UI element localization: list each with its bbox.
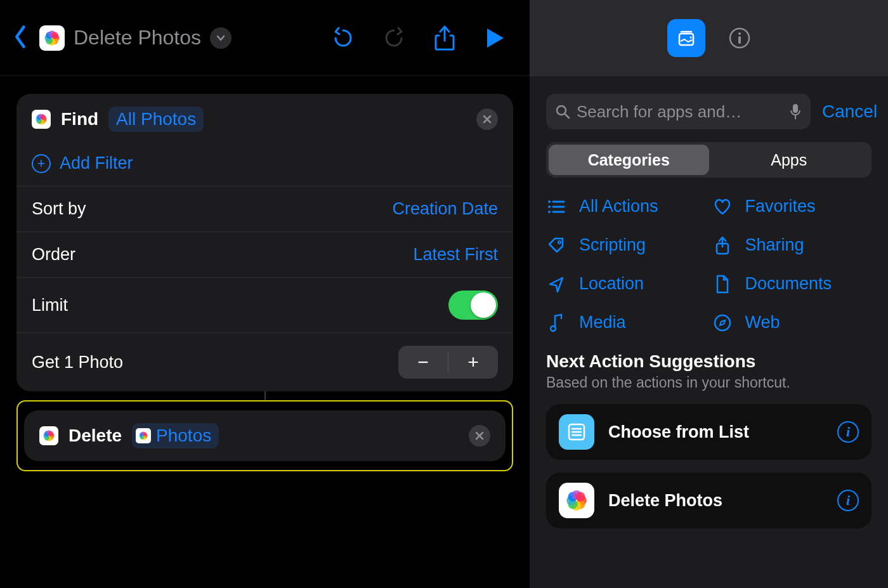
choose-from-list-icon bbox=[559, 414, 594, 450]
suggestion-info-button[interactable]: i bbox=[837, 490, 859, 511]
category-label: Documents bbox=[745, 274, 832, 294]
redo-button[interactable] bbox=[382, 27, 405, 49]
suggestion-label: Delete Photos bbox=[608, 491, 823, 511]
svg-marker-1 bbox=[487, 29, 504, 48]
category-documents[interactable]: Documents bbox=[712, 274, 872, 294]
remove-action-button[interactable] bbox=[469, 425, 490, 447]
sort-by-label: Sort by bbox=[32, 199, 86, 219]
photos-app-icon bbox=[39, 25, 65, 51]
segment-apps[interactable]: Apps bbox=[709, 145, 870, 175]
tag-icon bbox=[546, 237, 566, 254]
svg-point-15 bbox=[548, 200, 551, 203]
share-button[interactable] bbox=[433, 27, 456, 49]
compass-icon bbox=[712, 314, 733, 332]
limit-label: Limit bbox=[32, 296, 68, 315]
stepper-increment[interactable]: + bbox=[448, 346, 498, 379]
svg-line-12 bbox=[565, 114, 569, 118]
suggestion-label: Choose from List bbox=[608, 422, 823, 442]
action-verb: Find bbox=[61, 109, 98, 129]
sort-by-row[interactable]: Sort by Creation Date bbox=[16, 186, 513, 232]
segment-categories[interactable]: Categories bbox=[549, 145, 709, 175]
category-apps-segmented: Categories Apps bbox=[546, 142, 872, 178]
action-delete-photos: Delete Photos bbox=[24, 410, 506, 461]
category-label: All Actions bbox=[579, 197, 658, 216]
svg-rect-13 bbox=[793, 104, 798, 113]
svg-rect-6 bbox=[679, 34, 693, 45]
svg-point-7 bbox=[689, 36, 691, 38]
category-scripting[interactable]: Scripting bbox=[546, 235, 706, 255]
action-library-pane: Cancel Categories Apps All Actions Favor… bbox=[530, 0, 888, 588]
category-grid: All Actions Favorites Scripting Sharing … bbox=[530, 194, 888, 351]
category-label: Media bbox=[579, 313, 626, 332]
music-note-icon bbox=[546, 313, 566, 332]
highlighted-action: Delete Photos bbox=[16, 400, 513, 471]
photos-app-icon bbox=[39, 426, 58, 445]
sort-by-value: Creation Date bbox=[392, 199, 498, 219]
limit-toggle[interactable] bbox=[448, 291, 498, 320]
suggestion-delete-photos[interactable]: Delete Photos i bbox=[546, 473, 872, 528]
svg-marker-26 bbox=[720, 320, 725, 325]
svg-point-25 bbox=[715, 315, 730, 330]
category-web[interactable]: Web bbox=[712, 313, 872, 332]
run-button[interactable] bbox=[484, 27, 507, 49]
suggestion-choose-from-list[interactable]: Choose from List i bbox=[546, 404, 872, 460]
document-icon bbox=[712, 275, 733, 294]
category-label: Sharing bbox=[745, 235, 804, 255]
location-arrow-icon bbox=[546, 275, 566, 293]
limit-row: Limit bbox=[16, 277, 513, 332]
shortcut-menu-button[interactable] bbox=[210, 27, 232, 49]
search-icon bbox=[555, 104, 570, 119]
library-tab-button[interactable] bbox=[667, 19, 705, 57]
category-favorites[interactable]: Favorites bbox=[712, 197, 872, 216]
remove-action-button[interactable] bbox=[476, 108, 498, 130]
svg-point-9 bbox=[738, 32, 741, 35]
add-filter-label: Add Filter bbox=[60, 154, 133, 173]
action-search-field[interactable] bbox=[546, 94, 811, 129]
svg-point-17 bbox=[548, 206, 551, 208]
heart-icon bbox=[712, 199, 733, 215]
svg-rect-10 bbox=[738, 36, 741, 44]
photos-app-icon bbox=[559, 483, 594, 518]
dictation-icon[interactable] bbox=[789, 103, 802, 121]
category-label: Favorites bbox=[745, 197, 816, 216]
search-input[interactable] bbox=[577, 102, 783, 122]
add-filter-button[interactable]: + Add Filter bbox=[16, 145, 513, 186]
action-parameter-label: Photos bbox=[156, 426, 211, 446]
count-stepper: − + bbox=[398, 346, 498, 379]
category-location[interactable]: Location bbox=[546, 274, 706, 294]
editor-pane: Delete Photos bbox=[0, 0, 530, 588]
action-parameter[interactable]: All Photos bbox=[108, 107, 204, 132]
shortcut-title[interactable]: Delete Photos bbox=[74, 26, 201, 49]
category-label: Scripting bbox=[579, 235, 646, 255]
plus-circle-icon: + bbox=[32, 154, 51, 173]
category-label: Location bbox=[579, 274, 644, 294]
action-verb: Delete bbox=[69, 426, 122, 446]
undo-button[interactable] bbox=[332, 27, 355, 49]
category-label: Web bbox=[745, 313, 780, 332]
order-row[interactable]: Order Latest First bbox=[16, 232, 513, 277]
photos-app-icon bbox=[136, 428, 151, 443]
category-media[interactable]: Media bbox=[546, 313, 706, 332]
suggestion-info-button[interactable]: i bbox=[837, 421, 859, 443]
suggestions-title: Next Action Suggestions bbox=[530, 351, 888, 372]
back-button[interactable] bbox=[11, 25, 30, 51]
share-icon bbox=[712, 236, 733, 255]
svg-point-21 bbox=[558, 241, 561, 244]
get-count-label: Get 1 Photo bbox=[32, 353, 123, 372]
order-label: Order bbox=[32, 245, 75, 265]
list-bullet-icon bbox=[546, 199, 566, 214]
cancel-search-button[interactable]: Cancel bbox=[822, 101, 877, 122]
action-parameter[interactable]: Photos bbox=[132, 423, 219, 448]
category-sharing[interactable]: Sharing bbox=[712, 235, 872, 255]
stepper-decrement[interactable]: − bbox=[398, 346, 448, 379]
get-count-row: Get 1 Photo − + bbox=[16, 332, 513, 391]
suggestions-subtitle: Based on the actions in your shortcut. bbox=[530, 372, 888, 404]
action-find-photos: Find All Photos + Add Filter Sort by Cre… bbox=[16, 94, 513, 391]
info-tab-button[interactable] bbox=[728, 27, 751, 49]
svg-point-24 bbox=[551, 326, 556, 331]
category-all-actions[interactable]: All Actions bbox=[546, 197, 706, 216]
svg-point-19 bbox=[548, 211, 551, 213]
order-value: Latest First bbox=[413, 245, 498, 265]
photos-app-icon bbox=[32, 110, 51, 129]
editor-header: Delete Photos bbox=[0, 0, 530, 76]
